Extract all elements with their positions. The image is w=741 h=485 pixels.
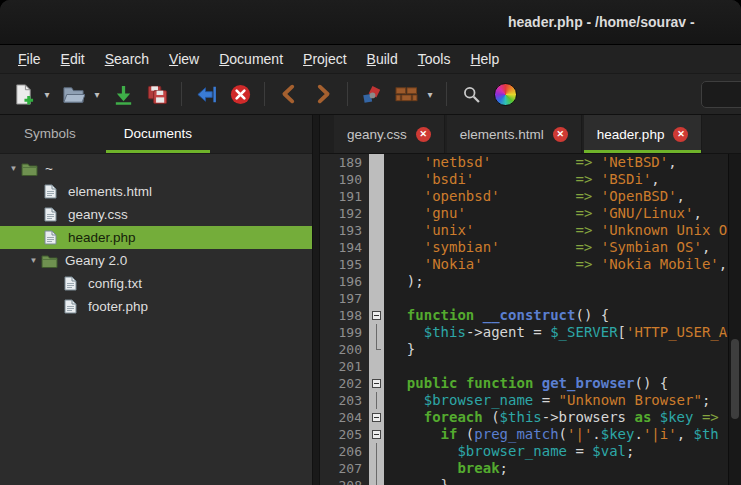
window-title: header.php - /home/sourav - <box>508 0 695 44</box>
tree-item-elements-html[interactable]: elements.html <box>0 180 312 203</box>
fold-margin[interactable] <box>369 477 384 485</box>
tree-item--[interactable]: ▼~ <box>0 157 312 180</box>
fold-margin[interactable] <box>369 222 384 239</box>
save-button[interactable] <box>106 78 140 110</box>
fold-margin[interactable] <box>369 256 384 273</box>
fold-margin[interactable] <box>369 392 384 409</box>
menu-tools[interactable]: Tools <box>408 45 461 73</box>
line-number: 190 <box>320 171 369 188</box>
fold-margin[interactable] <box>369 426 384 443</box>
fold-margin[interactable] <box>369 375 384 392</box>
menu-project[interactable]: Project <box>293 45 357 73</box>
file-icon <box>44 184 63 200</box>
line-number: 195 <box>320 256 369 273</box>
menu-file[interactable]: File <box>8 45 51 73</box>
code-text: } <box>384 341 741 358</box>
fold-margin[interactable] <box>369 443 384 460</box>
new-file-button[interactable] <box>6 78 40 110</box>
close-tab-button[interactable]: ✕ <box>553 127 568 142</box>
menu-edit[interactable]: Edit <box>51 45 95 73</box>
line-number: 196 <box>320 273 369 290</box>
code-text: $this->agent = $_SERVER['HTTP_USER_AGE <box>384 324 741 341</box>
line-number: 191 <box>320 188 369 205</box>
tree-item-footer-php[interactable]: footer.php <box>0 295 312 318</box>
code-line: 193 'unix' => 'Unknown Unix OS', <box>320 222 741 239</box>
close-tab-button[interactable]: ✕ <box>416 127 431 142</box>
code-text: } <box>384 477 741 485</box>
editor-tab-geany-css[interactable]: geany.css✕ <box>334 115 445 153</box>
back-button[interactable] <box>272 78 306 110</box>
revert-button[interactable] <box>189 78 223 110</box>
close-icon <box>229 83 252 106</box>
save-all-button[interactable] <box>140 78 174 110</box>
forward-icon <box>312 83 334 105</box>
fold-margin[interactable] <box>369 341 384 358</box>
menu-help[interactable]: Help <box>460 45 509 73</box>
editor-tab-elements-html[interactable]: elements.html✕ <box>447 115 582 153</box>
code-line: 205 if (preg_match('|'.$key.'|i', $th <box>320 426 741 443</box>
color-chooser-button[interactable] <box>488 78 522 110</box>
fold-margin[interactable] <box>369 307 384 324</box>
file-icon <box>44 230 63 246</box>
open-file-dropdown-button[interactable]: ▾ <box>90 78 104 110</box>
titlebar[interactable]: header.php - /home/sourav - <box>0 0 741 45</box>
search-icon <box>461 84 482 105</box>
fold-margin[interactable] <box>369 273 384 290</box>
fold-margin[interactable] <box>369 239 384 256</box>
line-number: 189 <box>320 154 369 171</box>
fold-collapse-icon <box>372 379 381 388</box>
fold-margin[interactable] <box>369 154 384 171</box>
menu-view[interactable]: View <box>159 45 209 73</box>
build-button[interactable] <box>389 78 423 110</box>
toolbar-search-entry[interactable] <box>701 81 741 108</box>
tab-documents[interactable]: Documents <box>100 115 216 153</box>
fold-margin[interactable] <box>369 205 384 222</box>
menu-build[interactable]: Build <box>357 45 408 73</box>
code-text: foreach ($this->browsers as $key => $v <box>384 409 741 426</box>
fold-guide-line <box>376 460 377 477</box>
close-button[interactable] <box>223 78 257 110</box>
tree-item-header-php[interactable]: header.php <box>0 226 312 249</box>
toolbar-separator <box>181 82 182 106</box>
menu-document[interactable]: Document <box>209 45 293 73</box>
fold-margin[interactable] <box>369 358 384 375</box>
close-tab-button[interactable]: ✕ <box>673 127 688 142</box>
code-line: 200 } <box>320 341 741 358</box>
pane-splitter[interactable] <box>312 115 320 485</box>
line-number: 205 <box>320 426 369 443</box>
expander-icon[interactable]: ▼ <box>26 256 41 265</box>
fold-margin[interactable] <box>369 290 384 307</box>
code-editor[interactable]: 189 'netbsd' => 'NetBSD',190 'bsdi' => '… <box>320 154 741 485</box>
fold-margin[interactable] <box>369 171 384 188</box>
tree-item-config-txt[interactable]: config.txt <box>0 272 312 295</box>
fold-margin[interactable] <box>369 188 384 205</box>
expander-icon[interactable]: ▼ <box>6 164 21 173</box>
tree-item-geany-css[interactable]: geany.css <box>0 203 312 226</box>
editor-tabbar: geany.css✕elements.html✕header.php✕ <box>320 115 741 154</box>
fold-margin[interactable] <box>369 460 384 477</box>
menu-search[interactable]: Search <box>95 45 159 73</box>
open-file-icon <box>62 83 85 106</box>
tree-item-label: config.txt <box>88 276 142 291</box>
fold-guide-line <box>369 477 384 485</box>
editor-tab-header-php[interactable]: header.php✕ <box>584 115 703 153</box>
line-number: 197 <box>320 290 369 307</box>
vertical-scrollbar[interactable] <box>728 154 741 485</box>
save-all-icon <box>146 83 169 106</box>
tree-item-geany-2-0[interactable]: ▼Geany 2.0 <box>0 249 312 272</box>
scrollbar-thumb[interactable] <box>731 339 739 418</box>
color-chooser-icon <box>494 83 517 106</box>
new-file-dropdown-button[interactable]: ▾ <box>40 78 54 110</box>
forward-button[interactable] <box>306 78 340 110</box>
fold-margin[interactable] <box>369 409 384 426</box>
fold-margin[interactable] <box>369 324 384 341</box>
search-button[interactable] <box>454 78 488 110</box>
tree-item-label: geany.css <box>68 207 128 222</box>
code-text: if (preg_match('|'.$key.'|i', $th <box>384 426 741 443</box>
tab-symbols[interactable]: Symbols <box>0 115 100 153</box>
compile-button[interactable] <box>355 78 389 110</box>
open-file-button[interactable] <box>56 78 90 110</box>
build-dropdown-button[interactable]: ▾ <box>423 78 437 110</box>
code-text: 'unix' => 'Unknown Unix OS', <box>384 222 741 239</box>
sidebar: SymbolsDocuments ▼~elements.htmlgeany.cs… <box>0 115 312 485</box>
